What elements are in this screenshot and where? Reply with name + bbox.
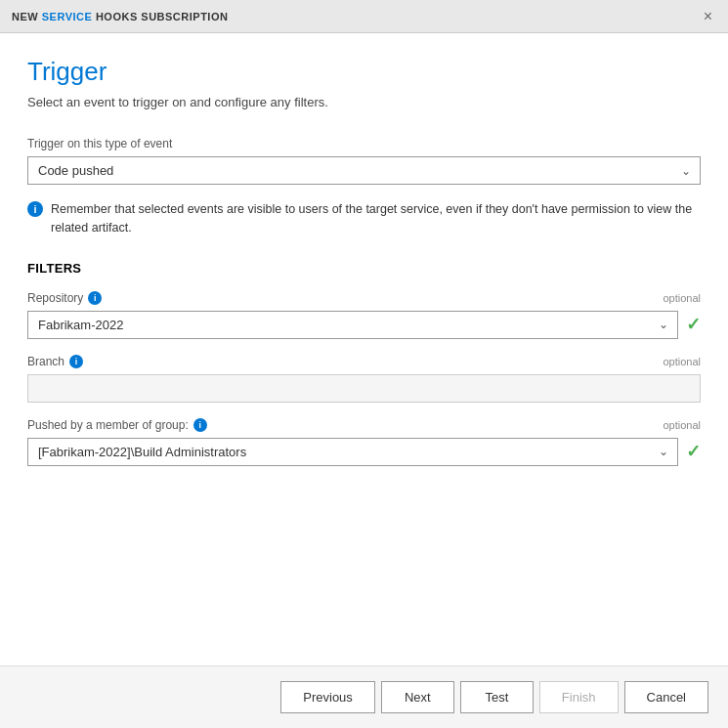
- filter-label-row-repository: Repository i: [27, 291, 102, 305]
- branch-input[interactable]: [27, 374, 701, 403]
- pushed-by-select[interactable]: [Fabrikam-2022]\Build Administrators: [27, 438, 678, 466]
- test-button[interactable]: Test: [460, 681, 534, 713]
- repository-select-wrapper: Fabrikam-2022 ⌄: [27, 311, 678, 339]
- pushed-by-info-icon[interactable]: i: [193, 418, 207, 432]
- dialog-title: NEW SERVICE HOOKS SUBSCRIPTION: [12, 11, 228, 22]
- filter-group-branch: Branch i optional: [27, 355, 701, 403]
- dialog-content: Trigger Select an event to trigger on an…: [0, 33, 728, 665]
- pushed-by-check-icon: ✓: [686, 441, 701, 462]
- previous-button[interactable]: Previous: [280, 681, 375, 713]
- filter-header-branch: Branch i optional: [27, 355, 701, 368]
- info-icon: i: [27, 201, 43, 217]
- finish-button[interactable]: Finish: [539, 681, 619, 713]
- dialog-container: NEW SERVICE HOOKS SUBSCRIPTION × Trigger…: [0, 0, 728, 728]
- event-type-select[interactable]: Code pushed Build completed Release crea…: [27, 156, 701, 185]
- filters-section: FILTERS Repository i optional Fabrikam-2…: [27, 261, 701, 466]
- next-button[interactable]: Next: [381, 681, 454, 713]
- repository-check-icon: ✓: [686, 314, 701, 335]
- branch-label: Branch: [27, 355, 64, 368]
- repository-select-with-check: Fabrikam-2022 ⌄ ✓: [27, 311, 701, 339]
- event-type-label: Trigger on this type of event: [27, 137, 701, 150]
- dialog-titlebar: NEW SERVICE HOOKS SUBSCRIPTION ×: [0, 0, 728, 33]
- filter-header-repository: Repository i optional: [27, 291, 701, 305]
- pushed-by-label: Pushed by a member of group:: [27, 418, 189, 432]
- filter-label-row-branch: Branch i: [27, 355, 83, 368]
- pushed-by-select-with-check: [Fabrikam-2022]\Build Administrators ⌄ ✓: [27, 438, 701, 466]
- filter-group-repository: Repository i optional Fabrikam-2022 ⌄ ✓: [27, 291, 701, 339]
- branch-optional-text: optional: [663, 356, 701, 367]
- dialog-footer: Previous Next Test Finish Cancel: [0, 665, 728, 728]
- page-title: Trigger: [27, 57, 701, 87]
- filter-header-pushed-by: Pushed by a member of group: i optional: [27, 418, 701, 432]
- repository-optional-text: optional: [663, 292, 701, 304]
- info-text: Remember that selected events are visibl…: [51, 200, 701, 237]
- pushed-by-select-wrapper: [Fabrikam-2022]\Build Administrators ⌄: [27, 438, 678, 466]
- cancel-button[interactable]: Cancel: [624, 681, 708, 713]
- filter-group-pushed-by: Pushed by a member of group: i optional …: [27, 418, 701, 466]
- page-subtitle: Select an event to trigger on and config…: [27, 95, 701, 109]
- branch-info-icon[interactable]: i: [69, 355, 83, 368]
- info-box: i Remember that selected events are visi…: [27, 200, 701, 237]
- filters-title: FILTERS: [27, 261, 701, 276]
- repository-info-icon[interactable]: i: [88, 291, 102, 305]
- filter-label-row-pushed-by: Pushed by a member of group: i: [27, 418, 207, 432]
- close-button[interactable]: ×: [700, 9, 716, 24]
- event-type-select-wrapper: Code pushed Build completed Release crea…: [27, 156, 701, 185]
- repository-label: Repository: [27, 291, 83, 305]
- repository-select[interactable]: Fabrikam-2022: [27, 311, 678, 339]
- pushed-by-optional-text: optional: [663, 419, 701, 431]
